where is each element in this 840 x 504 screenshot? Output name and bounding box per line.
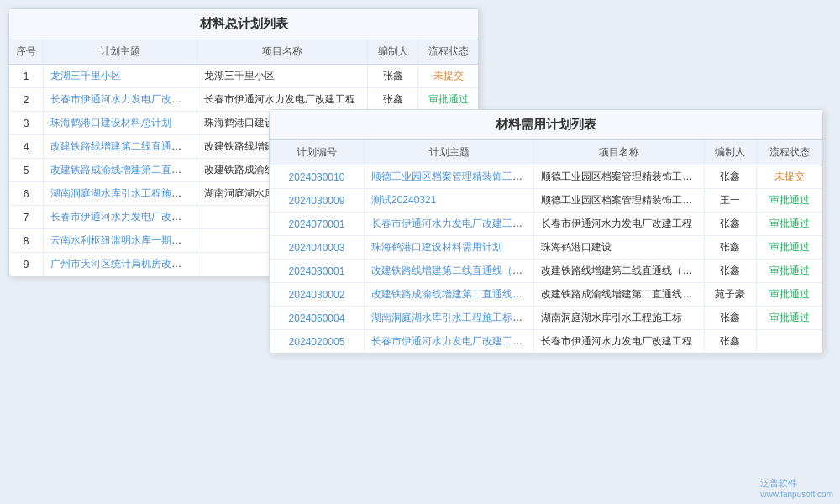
table-row[interactable]: 2024020005 长春市伊通河水力发电厂改建工程材... 长春市伊通河水力发… <box>270 330 822 354</box>
header-project2: 项目名称 <box>534 140 704 165</box>
table-row[interactable]: 2024030002 改建铁路成渝线增建第二直通线（成... 改建铁路成渝线增建… <box>270 283 822 307</box>
cell-no[interactable]: 2024030009 <box>270 189 364 213</box>
cell-plan[interactable]: 改建铁路线增建第二线直通线（成都... <box>364 260 533 283</box>
watermark: 泛普软件 www.fanpusoft.com <box>760 477 833 499</box>
cell-editor: 张鑫 <box>367 65 418 88</box>
cell-plan[interactable]: 长春市伊通河水力发电厂改建工程合同材料... <box>44 88 197 112</box>
cell-no[interactable]: 2024060004 <box>270 307 364 330</box>
cell-no: 6 <box>9 182 44 206</box>
cell-no[interactable]: 2024030001 <box>270 260 364 283</box>
cell-editor: 张鑫 <box>704 330 756 354</box>
cell-status: 审批通过 <box>418 88 478 112</box>
table-row[interactable]: 2024070001 长春市伊通河水力发电厂改建工程合... 长春市伊通河水力发… <box>270 213 822 236</box>
table-row[interactable]: 2 长春市伊通河水力发电厂改建工程合同材料... 长春市伊通河水力发电厂改建工程… <box>9 88 478 112</box>
table-row[interactable]: 2024060004 湖南洞庭湖水库引水工程施工标材料... 湖南洞庭湖水库引水… <box>270 307 822 330</box>
cell-no[interactable]: 2024020005 <box>270 330 364 354</box>
cell-no[interactable]: 2024030010 <box>270 165 364 189</box>
cell-plan[interactable]: 广州市天河区统计局机房改造项目材料总计划 <box>44 253 197 276</box>
cell-project: 湖南洞庭湖水库引水工程施工标 <box>534 307 704 330</box>
cell-no: 5 <box>9 159 44 182</box>
cell-plan[interactable]: 顺德工业园区档案管理精装饰工程（... <box>364 165 533 189</box>
cell-project: 顺德工业园区档案管理精装饰工程（... <box>534 165 704 189</box>
cell-plan[interactable]: 湖南洞庭湖水库引水工程施工标材料... <box>364 307 533 330</box>
card1-title: 材料总计划列表 <box>9 9 478 39</box>
cell-status: 审批通过 <box>756 189 822 213</box>
cell-project: 改建铁路成渝线增建第二直通线（成... <box>534 283 704 307</box>
cell-plan[interactable]: 长春市伊通河水力发电厂改建工程合... <box>364 213 533 236</box>
cell-editor: 张鑫 <box>704 307 756 330</box>
header-editor2: 编制人 <box>704 140 756 165</box>
cell-no: 3 <box>9 112 44 135</box>
cell-status: 审批通过 <box>756 283 822 307</box>
header-plan2: 计划主题 <box>364 140 533 165</box>
cell-editor: 张鑫 <box>367 88 418 112</box>
cell-status: 审批通过 <box>756 260 822 283</box>
cell-plan[interactable]: 测试20240321 <box>364 189 533 213</box>
cell-plan[interactable]: 龙湖三千里小区 <box>44 65 197 88</box>
watermark-url: www.fanpusoft.com <box>760 490 833 499</box>
cell-project: 长春市伊通河水力发电厂改建工程 <box>197 88 367 112</box>
cell-status <box>756 330 822 354</box>
cell-plan[interactable]: 改建铁路成渝线增建第二直通线（成渝枢纽... <box>44 159 197 182</box>
cell-no: 1 <box>9 65 44 88</box>
cell-editor: 苑子豪 <box>704 283 756 307</box>
cell-plan[interactable]: 珠海鹤港口建设材料总计划 <box>44 112 197 135</box>
cell-project: 顺德工业园区档案管理精装饰工程（... <box>534 189 704 213</box>
header-no: 序号 <box>9 39 44 65</box>
material-need-plan-card: 材料需用计划列表 计划编号 计划主题 项目名称 编制人 流程状态 2024030… <box>269 109 823 354</box>
cell-no: 9 <box>9 253 44 276</box>
material-need-plan-table: 计划编号 计划主题 项目名称 编制人 流程状态 2024030010 顺德工业园… <box>270 140 822 353</box>
table-header-row: 计划编号 计划主题 项目名称 编制人 流程状态 <box>270 140 822 165</box>
cell-editor: 王一 <box>704 189 756 213</box>
cell-plan[interactable]: 长春市伊通河水力发电厂改建工程材料总计划 <box>44 206 197 229</box>
cell-status: 审批通过 <box>756 213 822 236</box>
cell-status: 未提交 <box>418 65 478 88</box>
cell-no[interactable]: 2024040003 <box>270 236 364 260</box>
header-project: 项目名称 <box>197 39 367 65</box>
cell-plan[interactable]: 湖南洞庭湖水库引水工程施工标材料总计划 <box>44 182 197 206</box>
cell-no: 8 <box>9 229 44 253</box>
cell-status: 未提交 <box>756 165 822 189</box>
cell-project: 改建铁路线增建第二线直通线（成都... <box>534 260 704 283</box>
cell-plan[interactable]: 珠海鹤港口建设材料需用计划 <box>364 236 533 260</box>
cell-plan[interactable]: 改建铁路线增建第二线直通线（成都-西安）... <box>44 135 197 159</box>
header-status: 流程状态 <box>418 39 478 65</box>
watermark-brand: 泛普软件 <box>760 477 833 490</box>
cell-editor: 张鑫 <box>704 213 756 236</box>
cell-plan[interactable]: 云南水利枢纽滥明水库一期工程施工标材料... <box>44 229 197 253</box>
header-no2: 计划编号 <box>270 140 364 165</box>
cell-no: 4 <box>9 135 44 159</box>
cell-project: 长春市伊通河水力发电厂改建工程 <box>534 330 704 354</box>
cell-editor: 张鑫 <box>704 165 756 189</box>
cell-project: 珠海鹤港口建设 <box>534 236 704 260</box>
table-header-row: 序号 计划主题 项目名称 编制人 流程状态 <box>9 39 478 65</box>
cell-editor: 张鑫 <box>704 236 756 260</box>
cell-no[interactable]: 2024070001 <box>270 213 364 236</box>
cell-no[interactable]: 2024030002 <box>270 283 364 307</box>
table-row[interactable]: 2024030010 顺德工业园区档案管理精装饰工程（... 顺德工业园区档案管… <box>270 165 822 189</box>
cell-no: 7 <box>9 206 44 229</box>
header-editor: 编制人 <box>367 39 418 65</box>
cell-editor: 张鑫 <box>704 260 756 283</box>
cell-no: 2 <box>9 88 44 112</box>
cell-project: 龙湖三千里小区 <box>197 65 367 88</box>
table-row[interactable]: 1 龙湖三千里小区 龙湖三千里小区 张鑫 未提交 <box>9 65 478 88</box>
table-row[interactable]: 2024030009 测试20240321 顺德工业园区档案管理精装饰工程（..… <box>270 189 822 213</box>
cell-project: 长春市伊通河水力发电厂改建工程 <box>534 213 704 236</box>
cell-plan[interactable]: 长春市伊通河水力发电厂改建工程材... <box>364 330 533 354</box>
cell-status: 审批通过 <box>756 236 822 260</box>
cell-plan[interactable]: 改建铁路成渝线增建第二直通线（成... <box>364 283 533 307</box>
header-status2: 流程状态 <box>756 140 822 165</box>
cell-status: 审批通过 <box>756 307 822 330</box>
header-plan: 计划主题 <box>44 39 197 65</box>
table-row[interactable]: 2024030001 改建铁路线增建第二线直通线（成都... 改建铁路线增建第二… <box>270 260 822 283</box>
table-row[interactable]: 2024040003 珠海鹤港口建设材料需用计划 珠海鹤港口建设 张鑫 审批通过 <box>270 236 822 260</box>
card2-title: 材料需用计划列表 <box>270 110 822 140</box>
